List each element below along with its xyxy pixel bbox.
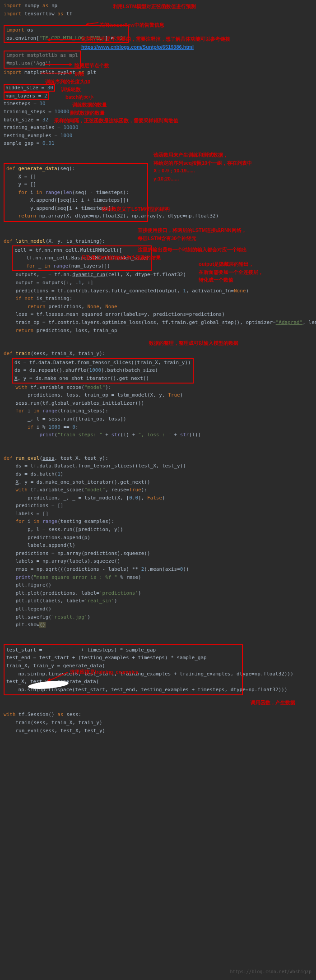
code-line: X.append([seq[i: i + timesteps]]) (6, 196, 145, 204)
code-line: predictions = tf.contrib.layers.fully_co… (4, 287, 312, 295)
code-line: train_X, train_y = generate_data( (6, 662, 240, 670)
code-line: X, y = ds.make_one_shot_iterator().get_n… (14, 374, 191, 383)
code-line: X, y = ds.make_one_shot_iterator().get_n… (4, 478, 312, 486)
code-line: plt.show() (4, 621, 312, 629)
code-line: num_layers = 2 (4, 92, 312, 100)
code-line (4, 629, 312, 637)
code-line (4, 43, 312, 51)
code-line: print("train steps: " + str(i) + ", loss… (4, 431, 312, 439)
code-line: outputs, _ = tf.nn.dynamic_run(cell, X, … (4, 271, 312, 279)
highlighted-block: def generate_data(seq): X = [] y = [] fo… (4, 163, 148, 222)
code-line: ds = tf.data.Dataset.from_tensor_slices(… (14, 359, 191, 367)
code-line: ds = tf.data.Dataset.from_tensor_slices(… (4, 462, 312, 470)
code-line: run_eval(sess, test_X, test_y) (4, 727, 312, 735)
code-line: test_end = test_start + (testing_example… (6, 654, 240, 662)
code-line: for i in range(testing_examples): (4, 518, 312, 526)
code-line: plt.plot(labels, label='real_sin') (4, 597, 312, 605)
code-line: for i in range(training_steps): (4, 407, 312, 415)
code-line: return np.array(X, dtype=np.float32), np… (6, 212, 145, 220)
code-line: p, l = sess.run([prediction, y]) (4, 526, 312, 534)
code-line: if not is_training: (4, 295, 312, 303)
code-line (4, 148, 312, 155)
code-line: plt.savefig('result.jpg') (4, 613, 312, 621)
code-line: import os (6, 26, 126, 34)
code-line: labels = [] (4, 510, 312, 518)
code-line: loss = tf.losses.mean_squared_error(labe… (4, 310, 312, 319)
code-line: output = outputs[:, -1, :] (4, 279, 312, 287)
highlighted-block: cell = tf.nn.rnn_cell.MultiRNNCell([ tf.… (12, 245, 152, 271)
code-line: predictions = [] (4, 502, 312, 510)
code-line: return predictions, None, None (4, 303, 312, 311)
code-line: os.environ["TF_CPP_MIN_LOG_LEVEL"] = "2" (6, 34, 126, 42)
code-line: cell = tf.nn.rnn_cell.MultiRNNCell([ (14, 246, 149, 254)
code-line: timesteps = 10 (4, 100, 312, 108)
code-line: train_op = tf.contrib.layers.optimize_lo… (4, 319, 312, 327)
code-line: rmse = np.sqrt(((predictions - labels) *… (4, 565, 312, 573)
code-line: y = [] (6, 180, 145, 189)
code-line (4, 342, 312, 350)
code-line (4, 703, 312, 711)
code-line: def lstm_model(X, y, is_training): (4, 237, 312, 245)
code-line: ds = ds.repeat().shuffle(1000).batch(bat… (14, 366, 191, 374)
code-line: with tf.variable_scope("model", reuse=Tr… (4, 486, 312, 494)
code-line: ds = ds.batch(1) (4, 470, 312, 478)
code-line: with tf.variable_scope("model"): (4, 384, 312, 392)
code-line: for _ in range(num_layers)]) (14, 262, 149, 270)
code-line: prediction, _, _ = lstm_model(X, [0.0], … (4, 494, 312, 502)
watermark: https://blog.csdn.net/Woshigzp (230, 968, 311, 975)
code-line (4, 334, 312, 342)
code-line: training_examples = 10000 (4, 124, 312, 132)
code-line: print("mean square error is : %f " % rms… (4, 573, 312, 582)
code-line: plt.figure() (4, 581, 312, 589)
code-line: testing_examples = 1000 (4, 132, 312, 140)
code-line (4, 18, 312, 25)
highlighted-block: import matplotlib as mpl #mpl.use('Agg') (4, 51, 81, 68)
code-line (4, 439, 312, 447)
code-line (4, 222, 312, 230)
code-editor[interactable]: import numpy as np import tensorflow as … (0, 0, 316, 736)
highlighted-block: ds = tf.data.Dataset.from_tensor_slices(… (12, 358, 194, 384)
code-line: with tf.Session() as sess: (4, 711, 312, 719)
code-line: import tensorflow as tf (4, 10, 312, 18)
code-line: labels.append(l) (4, 541, 312, 550)
code-line: import matplotlib.pyplot as plt (4, 69, 312, 77)
code-line: np.sin(np.linspace(0, test_start, traini… (6, 670, 240, 678)
code-line: #mpl.use('Agg') (6, 60, 78, 68)
code-line: train(sess, train_X, train_y) (4, 719, 312, 727)
code-line: hidden_size = 30 (4, 84, 312, 92)
code-line: def generate_data(seq): (6, 165, 145, 173)
code-line (4, 76, 312, 84)
code-line: tf.nn.rnn_cell.BasicLSTMCell(hidden_size… (14, 254, 149, 262)
code-line: sess.run(tf.global_variables_initializer… (4, 399, 312, 407)
code-line: predictions = np.array(predictions).sque… (4, 550, 312, 558)
code-line: for i in range(len(seq) - timesteps): (6, 189, 145, 197)
code-line: def run_eval(sess, test_X, test_y): (4, 454, 312, 462)
code-line: plt.plot(predictions, label='predictions… (4, 589, 312, 597)
code-line (4, 447, 312, 454)
code-line: sample_gap = 0.01 (4, 139, 312, 148)
code-line: training_steps = 10000 (4, 108, 312, 116)
code-line (4, 695, 312, 703)
code-line: batch_size = 32 (4, 116, 312, 124)
code-line: labels = np.array(labels).squeeze() (4, 557, 312, 565)
code-line (4, 637, 312, 644)
code-line: X = [] (6, 173, 145, 181)
code-line: import numpy as np (4, 2, 312, 10)
code-line: predictions, loss, train_op = lstm_model… (4, 391, 312, 399)
code-line: _, l = sess.run([train_op, loss]) (4, 415, 312, 423)
code-line: plt.legend() (4, 605, 312, 613)
code-line: def train(sess, train_X, train_y): (4, 350, 312, 358)
code-line: return predictions, loss, train_op (4, 327, 312, 335)
code-line: if i % 1000 == 0: (4, 423, 312, 431)
highlighted-block: import os os.environ["TF_CPP_MIN_LOG_LEV… (4, 25, 129, 43)
code-line: predictions.append(p) (4, 534, 312, 542)
code-line: test_start = XXXXXXXXXXX + timesteps) * … (6, 646, 240, 654)
code-line: y.append(seq[i + timesteps]) (6, 204, 145, 213)
code-line: import matplotlib as mpl (6, 51, 78, 60)
code-line (4, 155, 312, 163)
code-line (4, 230, 312, 237)
